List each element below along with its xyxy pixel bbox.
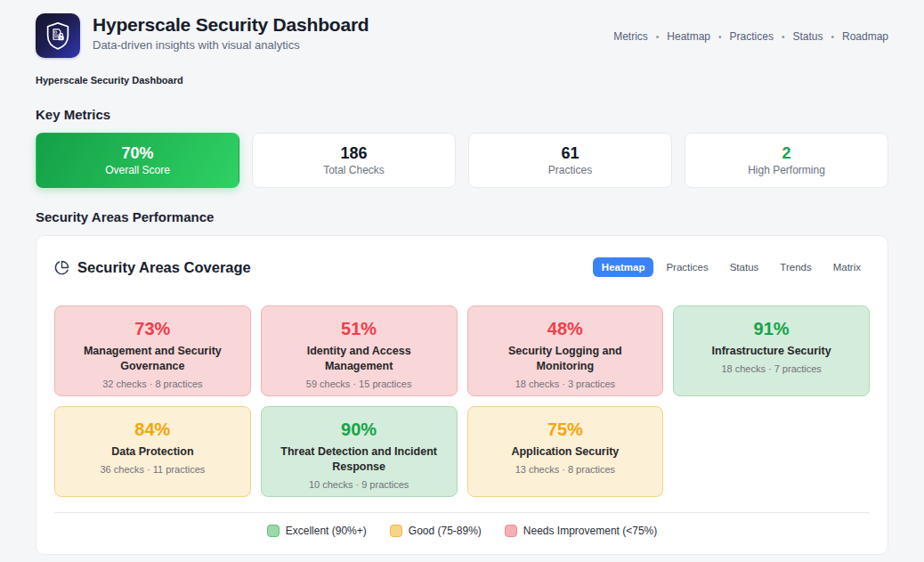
nav-link-status[interactable]: Status <box>792 30 823 43</box>
top-nav: Metrics • Heatmap • Practices • Status •… <box>613 30 888 43</box>
tile-meta: 36 checks · 11 practices <box>100 464 205 475</box>
tile-meta: 10 checks · 9 practices <box>309 479 409 490</box>
app-logo <box>36 13 80 58</box>
tab-matrix[interactable]: Matrix <box>824 257 870 277</box>
tile-percentage: 75% <box>547 419 583 440</box>
tile-percentage: 48% <box>547 318 583 339</box>
tab-status[interactable]: Status <box>721 257 768 277</box>
legend-item-needs-improvement: Needs Improvement (<75%) <box>505 525 657 537</box>
tab-practices[interactable]: Practices <box>657 257 717 277</box>
metric-label: Total Checks <box>323 164 385 176</box>
heatmap-tile-identity-access[interactable]: 51% Identity and Access Management 59 ch… <box>261 305 458 396</box>
dashboard-page: Hyperscale Security Dashboard Data-drive… <box>0 0 924 555</box>
heatmap-tile-infrastructure[interactable]: 91% Infrastructure Security 18 checks · … <box>673 305 870 396</box>
tile-percentage: 51% <box>341 318 377 339</box>
security-areas-panel: Security Areas Coverage Heatmap Practice… <box>36 235 888 555</box>
page-title: Hyperscale Security Dashboard <box>93 14 369 36</box>
legend-swatch-good-icon <box>390 525 402 537</box>
tile-meta: 59 checks · 15 practices <box>306 379 412 389</box>
tile-title: Data Protection <box>111 444 193 460</box>
tile-percentage: 91% <box>754 318 790 339</box>
tile-percentage: 73% <box>134 318 170 339</box>
legend-swatch-excellent-icon <box>267 525 280 537</box>
heatmap-tile-data-protection[interactable]: 84% Data Protection 36 checks · 11 pract… <box>54 406 251 497</box>
tile-percentage: 84% <box>134 419 170 440</box>
legend-item-good: Good (75-89%) <box>390 525 482 537</box>
legend-label: Excellent (90%+) <box>286 525 367 537</box>
nav-separator: • <box>782 32 785 42</box>
legend-divider <box>54 512 870 513</box>
tile-title: Application Security <box>511 444 619 460</box>
shield-document-lock-icon <box>43 20 73 51</box>
key-metrics-grid: 70% Overall Score 186 Total Checks 61 Pr… <box>36 133 888 188</box>
tile-meta: 18 checks · 7 practices <box>721 363 822 374</box>
legend-swatch-needs-improvement-icon <box>505 525 517 537</box>
nav-separator: • <box>718 32 722 42</box>
app-header: Hyperscale Security Dashboard Data-drive… <box>36 0 888 58</box>
tab-heatmap[interactable]: Heatmap <box>593 257 654 277</box>
nav-link-roadmap[interactable]: Roadmap <box>842 30 888 43</box>
metric-value: 186 <box>340 145 367 161</box>
metric-value: 70% <box>121 145 153 161</box>
tile-title: Security Logging and Monitoring <box>479 344 652 374</box>
heatmap-tile-logging-monitoring[interactable]: 48% Security Logging and Monitoring 18 c… <box>467 305 664 396</box>
tile-meta: 18 checks · 3 practices <box>515 379 616 389</box>
metric-label: Practices <box>548 164 592 176</box>
key-metrics-heading: Key Metrics <box>36 107 888 122</box>
legend-label: Good (75-89%) <box>409 525 482 537</box>
metric-card-practices: 61 Practices <box>468 133 672 188</box>
panel-title-text: Security Areas Coverage <box>77 259 251 276</box>
pie-chart-icon <box>54 260 69 275</box>
breadcrumb: Hyperscale Security Dashboard <box>36 75 888 86</box>
heatmap-tile-threat-detection[interactable]: 90% Threat Detection and Incident Respon… <box>261 406 458 497</box>
tab-trends[interactable]: Trends <box>771 257 820 277</box>
heatmap-legend: Excellent (90%+) Good (75-89%) Needs Imp… <box>54 525 870 537</box>
nav-separator: • <box>831 32 834 42</box>
page-subtitle: Data-driven insights with visual analyti… <box>93 38 369 52</box>
security-areas-heading: Security Areas Performance <box>36 209 888 224</box>
nav-link-practices[interactable]: Practices <box>730 30 774 43</box>
panel-header: Security Areas Coverage Heatmap Practice… <box>54 257 870 277</box>
tile-meta: 13 checks · 8 practices <box>515 464 616 475</box>
metric-label: Overall Score <box>105 164 170 176</box>
legend-item-excellent: Excellent (90%+) <box>267 525 367 537</box>
panel-title: Security Areas Coverage <box>54 259 251 276</box>
heatmap-grid: 73% Management and Security Governance 3… <box>54 305 870 497</box>
nav-link-heatmap[interactable]: Heatmap <box>667 30 710 43</box>
heatmap-tile-management-governance[interactable]: 73% Management and Security Governance 3… <box>54 305 251 396</box>
metric-card-total-checks: 186 Total Checks <box>252 133 456 188</box>
nav-link-metrics[interactable]: Metrics <box>613 30 648 43</box>
metric-value: 2 <box>782 145 790 161</box>
view-tabs: Heatmap Practices Status Trends Matrix <box>593 257 870 277</box>
tile-title: Management and Security Governance <box>66 344 239 374</box>
tile-title: Threat Detection and Incident Response <box>272 444 446 475</box>
brand: Hyperscale Security Dashboard Data-drive… <box>36 13 369 58</box>
title-block: Hyperscale Security Dashboard Data-drive… <box>93 13 369 52</box>
heatmap-tile-application-security[interactable]: 75% Application Security 13 checks · 8 p… <box>467 406 664 497</box>
tile-percentage: 90% <box>341 419 377 440</box>
metric-label: High Performing <box>748 164 825 176</box>
legend-label: Needs Improvement (<75%) <box>523 525 657 537</box>
metric-card-overall-score: 70% Overall Score <box>36 133 239 188</box>
tile-title: Identity and Access Management <box>272 344 446 374</box>
metric-value: 61 <box>561 145 579 161</box>
metric-card-high-performing: 2 High Performing <box>685 133 888 188</box>
tile-meta: 32 checks · 8 practices <box>102 379 203 389</box>
nav-separator: • <box>656 32 660 42</box>
tile-title: Infrastructure Security <box>712 344 831 359</box>
